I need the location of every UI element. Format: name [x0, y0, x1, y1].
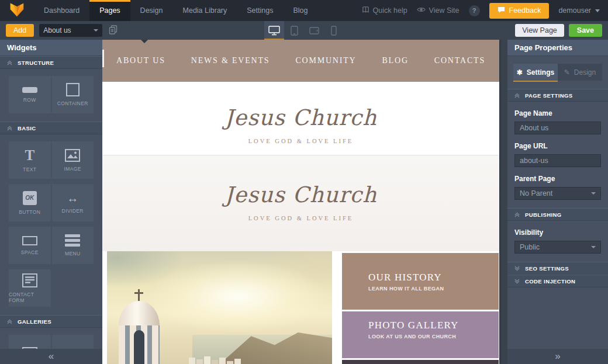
site-nav-about-us[interactable]: ABOUT US — [103, 56, 178, 65]
page-name-field: Page Name — [507, 109, 608, 134]
quick-help-label: Quick help — [373, 6, 407, 15]
view-site-link[interactable]: View Site — [417, 6, 460, 15]
widgets-panel: Widgets STRUCTURE ROW CONTAINER — [0, 40, 102, 364]
add-button[interactable]: Add — [6, 24, 34, 37]
section-galleries-label: GALLERIES — [18, 318, 51, 325]
chevron-up-icon — [7, 319, 12, 324]
widget-image[interactable]: IMAGE — [52, 141, 94, 179]
duplicate-page-button[interactable] — [108, 24, 119, 37]
nav-media-library[interactable]: Media Library — [173, 0, 237, 21]
page-name-input[interactable] — [514, 122, 601, 134]
chevron-down-icon — [514, 279, 520, 284]
widget-image-label: IMAGE — [64, 166, 81, 172]
site-nav-news-events[interactable]: NEWS & EVENTS — [178, 56, 283, 65]
section-basic[interactable]: BASIC — [0, 122, 102, 134]
site-tagline-2[interactable]: LOVE GOD & LOVE LIFE — [102, 215, 499, 221]
our-history-subtitle: LEARN HOW IT ALL BEGAN — [368, 286, 499, 292]
device-tablet-landscape-button[interactable] — [304, 21, 324, 40]
quick-help-link[interactable]: Quick help — [362, 6, 407, 15]
structure-widgets: ROW CONTAINER — [0, 69, 102, 122]
page-canvas: ABOUT US NEWS & EVENTS COMMUNITY BLOG CO… — [102, 40, 507, 364]
photo-gallery-card[interactable]: PHOTO GALLERY LOOK AT US AND OUR CHURCH — [342, 311, 499, 358]
widget-space[interactable]: SPACE — [9, 227, 51, 264]
parent-page-select[interactable]: No Parent — [514, 187, 601, 200]
section-page-settings-label: PAGE SETTINGS — [525, 92, 573, 99]
view-page-button[interactable]: View Page — [515, 24, 564, 37]
motocms-logo[interactable] — [0, 0, 34, 21]
widget-row-label: ROW — [23, 97, 36, 103]
tab-settings[interactable]: ✱ Settings — [513, 64, 558, 81]
device-mobile-button[interactable] — [324, 21, 344, 40]
save-button[interactable]: Save — [569, 24, 602, 37]
section-seo-settings-label: SEO SETTINGS — [525, 265, 569, 272]
site-nav-widget[interactable]: ABOUT US NEWS & EVENTS COMMUNITY BLOG CO… — [102, 40, 499, 82]
parent-page-value: No Parent — [520, 189, 591, 197]
page-url-input[interactable] — [514, 154, 601, 167]
page-name-label: Page Name — [514, 109, 601, 117]
section-basic-label: BASIC — [18, 125, 36, 131]
site-title[interactable]: Jesus Church — [102, 105, 499, 130]
nav-pages[interactable]: Pages — [89, 0, 130, 21]
feedback-button[interactable]: Feedback — [489, 3, 550, 19]
chat-bubble-icon — [498, 6, 505, 15]
tab-design[interactable]: ✎ Design — [558, 64, 602, 81]
nav-settings[interactable]: Settings — [237, 0, 283, 21]
page-url-field: Page URL — [507, 142, 608, 167]
widget-button[interactable]: OK BUTTON — [9, 184, 51, 221]
page-select-dropdown[interactable]: About us — [39, 24, 102, 37]
nav-dashboard[interactable]: Dashboard — [34, 0, 89, 21]
section-code-injection[interactable]: CODE INJECTION — [507, 275, 608, 287]
site-nav-contacts[interactable]: CONTACTS — [422, 56, 498, 65]
chevron-up-icon — [7, 126, 12, 131]
help-icon[interactable]: ? — [469, 5, 480, 16]
site-tagline[interactable]: LOVE GOD & LOVE LIFE — [102, 138, 499, 144]
section-structure[interactable]: STRUCTURE — [0, 56, 102, 69]
wrench-icon: ✱ — [517, 68, 523, 77]
eye-icon — [417, 6, 426, 15]
site-cards-column: OUR HISTORY LEARN HOW IT ALL BEGAN PHOTO… — [342, 253, 499, 364]
parent-page-field: Parent Page No Parent — [507, 175, 608, 200]
widget-text[interactable]: T TEXT — [9, 141, 51, 179]
device-desktop-button[interactable] — [264, 21, 284, 40]
topbar: Dashboard Pages Design Media Library Set… — [0, 0, 608, 21]
page-properties-title: Page Properties — [507, 40, 608, 56]
section-page-settings[interactable]: PAGE SETTINGS — [507, 89, 608, 102]
widget-button-label: BUTTON — [19, 209, 40, 215]
site-hero-block-1[interactable]: Jesus Church LOVE GOD & LOVE LIFE — [102, 82, 499, 155]
chevron-down-icon — [591, 246, 596, 248]
widget-row[interactable]: ROW — [9, 76, 51, 113]
parent-page-label: Parent Page — [514, 175, 601, 183]
visibility-select[interactable]: Public — [514, 241, 601, 254]
widget-contact-form-label: CONTACT FORM — [9, 292, 51, 303]
collapse-right-panel-button[interactable]: » — [507, 349, 608, 364]
insert-marker-icon — [141, 40, 148, 43]
widget-divider[interactable]: ↔ DIVIDER — [52, 184, 94, 221]
section-galleries[interactable]: GALLERIES — [0, 315, 102, 328]
nav-blog[interactable]: Blog — [283, 0, 317, 21]
widget-menu[interactable]: MENU — [52, 227, 94, 264]
visibility-label: Visibility — [514, 228, 601, 237]
widget-contact-form[interactable]: CONTACT FORM — [9, 269, 51, 307]
basic-widgets: T TEXT IMAGE OK BUTTON ↔ — [0, 134, 102, 315]
contact-form-icon — [22, 273, 37, 287]
nav-design[interactable]: Design — [130, 0, 173, 21]
church-photo-widget[interactable] — [107, 251, 332, 364]
site-title-2[interactable]: Jesus Church — [102, 182, 499, 207]
section-seo-settings[interactable]: SEO SETTINGS — [507, 262, 608, 275]
page-properties-panel: Page Properties ✱ Settings ✎ Design PAGE… — [507, 40, 608, 364]
user-menu[interactable]: demouser — [558, 6, 600, 15]
page-select-value: About us — [43, 26, 94, 34]
username-label: demouser — [558, 6, 591, 15]
device-tablet-portrait-button[interactable] — [284, 21, 304, 40]
site-nav-community[interactable]: COMMUNITY — [282, 56, 369, 65]
site-nav-blog[interactable]: BLOG — [369, 56, 421, 65]
chevron-down-icon — [595, 9, 600, 12]
collapse-left-panel-button[interactable]: « — [0, 349, 102, 364]
chevron-down-icon — [514, 266, 520, 271]
widget-container-label: CONTAINER — [57, 100, 88, 106]
widget-container[interactable]: CONTAINER — [52, 76, 94, 113]
church-dome-illustration — [119, 289, 189, 364]
our-history-card[interactable]: OUR HISTORY LEARN HOW IT ALL BEGAN — [342, 253, 499, 310]
section-publishing[interactable]: PUBLISHING — [507, 208, 608, 221]
site-hero-block-2[interactable]: Jesus Church LOVE GOD & LOVE LIFE — [102, 155, 499, 251]
